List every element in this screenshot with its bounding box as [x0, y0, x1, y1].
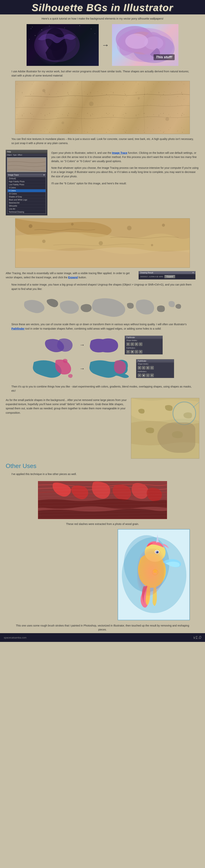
expand-panel-title: Drawing Result [140, 272, 153, 274]
ai-dropdown-sil: Silhouette [8, 205, 45, 208]
pf-exclude-icon-2[interactable]: ⊡ [150, 366, 154, 369]
texture-intro: I use Adobe Illustrator for my vector wo… [0, 68, 205, 81]
traced-result-svg [15, 219, 190, 268]
ai-toolbar: Help [6, 150, 47, 154]
pathfinder-input-svg-1 [42, 336, 77, 353]
ai-dropdown-line: Line Art [8, 208, 45, 211]
ai-screenshot: Help Object Type Effect Image Trace [6, 150, 47, 215]
ai-panel-title: Image Trace [8, 174, 19, 176]
pf-trim-icon-2[interactable]: ▣ [142, 374, 145, 377]
pf-divide-icon-2[interactable]: ⊛ [138, 374, 141, 377]
pony-artwork-image [118, 529, 190, 620]
svg-point-26 [29, 224, 32, 228]
pathfinder-output-1 [88, 336, 122, 353]
pathfinder-panel: Pathfinder Shape Modes: ⊞ ⊟ ⊠ ⊡ Pathfind… [125, 336, 163, 354]
image-trace-description: Open your photo in Illustrator, select i… [51, 150, 199, 188]
intro-text: Here's a quick tutorial on how I make th… [11, 17, 194, 21]
ungroup-section: Now instead of a raster image, you have … [0, 281, 205, 294]
composition-text: As for the small particle shapes in the … [6, 398, 127, 415]
expand-button[interactable]: Expand [165, 275, 175, 278]
svg-point-6 [95, 33, 95, 34]
expand-panel-area: Drawing Result ✕ SSSSS17, 112590.0 @ 100… [139, 271, 199, 279]
site-name: spacecatsamba.com [4, 636, 26, 639]
expand-link: Expand [68, 276, 78, 279]
caption-6col: I'll use the "6 Colors" option for this … [51, 181, 199, 185]
svg-point-43 [156, 551, 159, 553]
pf-merge-icon[interactable]: ◫ [135, 350, 138, 353]
pf-shape-modes-label-2: Shape Modes: [136, 363, 174, 365]
svg-point-31 [99, 241, 103, 245]
pf-panel-title: Pathfinder [125, 336, 163, 339]
pf-unite-icon-2[interactable]: ⊞ [138, 366, 141, 369]
pf-crop-icon-2[interactable]: ⊞ [150, 374, 154, 377]
pf-minus-icon[interactable]: ⊟ [131, 342, 134, 346]
expand-panel-content: SSSSS17, 112590.0 @ 100% Expand [139, 274, 195, 279]
ai-dropdown-hifi: High Fidelity Photo [8, 180, 45, 183]
ai-dropdown-16col: 16 Colors [8, 192, 45, 195]
ai-dropdown-default: [Default] [8, 177, 45, 180]
pathfinder-text: Since these are vectors, you can of cour… [11, 322, 194, 331]
texture-intro-text: I use Adobe Illustrator for my vector wo… [11, 69, 194, 78]
pf-trim-icon[interactable]: ▣ [131, 350, 134, 353]
expand-panel: Drawing Result ✕ SSSSS17, 112590.0 @ 100… [139, 271, 196, 279]
pathfinder-output-2 [88, 358, 133, 379]
pathfinder-link: Pathfinder [11, 327, 25, 330]
expand-panel-info: SSSSS17, 112590.0 @ 100% [140, 276, 163, 278]
svg-point-18 [144, 36, 163, 50]
pf-shape-modes-label: Shape Modes: [125, 339, 163, 342]
stucco-image [15, 81, 190, 134]
pf-divide-icon[interactable]: ⊛ [127, 350, 130, 353]
composition-image [131, 398, 199, 459]
wood-grain-image [38, 481, 167, 519]
hero-before-svg [27, 24, 99, 66]
svg-point-1 [41, 30, 42, 30]
pathfinder-arrow-1: → [79, 342, 85, 348]
pf-pathfinders-label: Pathfinders: [125, 347, 163, 349]
svg-point-5 [91, 29, 91, 29]
pathfinder-input-svg-2 [31, 358, 77, 379]
other-uses-heading: Other Uses [0, 461, 205, 470]
page-title: Silhouette BGs in Illustrator [4, 2, 201, 13]
composition-svg [131, 398, 199, 459]
traced-result-image [15, 218, 190, 268]
pf-merge-icon-2[interactable]: ◫ [146, 374, 149, 377]
composition-para: As for the small particle shapes in the … [6, 398, 127, 415]
traced-result-section [0, 217, 205, 270]
ai-panel-header: Image Trace ▼ [7, 173, 46, 177]
ai-dropdown-gray: Shades of Gray [8, 195, 45, 198]
pf-shape-mode-icons: ⊞ ⊟ ⊠ ⊡ [125, 342, 163, 347]
svg-point-2 [49, 26, 49, 26]
pony-caption: This one uses some rough brush strokes t… [0, 622, 205, 633]
combine-text-1: Then it's up to you to combine things ho… [11, 384, 194, 393]
expand-text: After Tracing, the result is essentially… [6, 271, 136, 280]
svg-point-28 [127, 226, 132, 230]
main-content: Here's a quick tutorial on how I make th… [0, 14, 205, 633]
pathfinder-panel-2: Pathfinder Shape Modes: ⊞ ⊟ ⊠ ⊡ Pathfind… [136, 359, 174, 378]
pf-exclude-icon[interactable]: ⊡ [139, 342, 142, 346]
pf-panel2-title: Pathfinder [136, 360, 174, 363]
svg-point-8 [35, 35, 35, 36]
pathfinder-examples: → Pathfinder Shape Modes: ⊞ ⊟ ⊠ ⊡ Pathfi… [0, 334, 205, 381]
pf-minus-icon-2[interactable]: ⊟ [142, 366, 145, 369]
ai-dropdown-6col[interactable]: 6 Colors [8, 189, 45, 192]
hero-before-image [27, 24, 99, 66]
hero-after-image: This stuff! [112, 24, 178, 66]
svg-point-17 [125, 34, 148, 49]
illustrator-panel-section: Help Object Type Effect Image Trace [0, 148, 205, 217]
pony-image-section [0, 527, 205, 622]
other-uses-text: I've applied this technique in a few oth… [11, 472, 194, 476]
svg-point-35 [174, 403, 195, 424]
ungroup-text: Now instead of a raster image, you have … [11, 282, 194, 291]
stucco-section [0, 81, 205, 136]
pf-intersect-icon[interactable]: ⊠ [135, 342, 138, 346]
texture-caption: You can find nice textures in mundane pl… [0, 136, 205, 148]
svg-point-45 [157, 551, 157, 552]
ai-menu: Object Type Effect [6, 154, 47, 156]
svg-point-30 [42, 240, 45, 243]
pf-unite-icon[interactable]: ⊞ [127, 342, 130, 346]
ai-toolbar-label: Help [7, 151, 11, 153]
pathfinder-intro: Since these are vectors, you can of cour… [0, 321, 205, 334]
pf-crop-icon[interactable]: ⊞ [139, 350, 142, 353]
svg-point-27 [71, 223, 74, 225]
pf-intersect-icon-2[interactable]: ⊠ [146, 366, 149, 369]
